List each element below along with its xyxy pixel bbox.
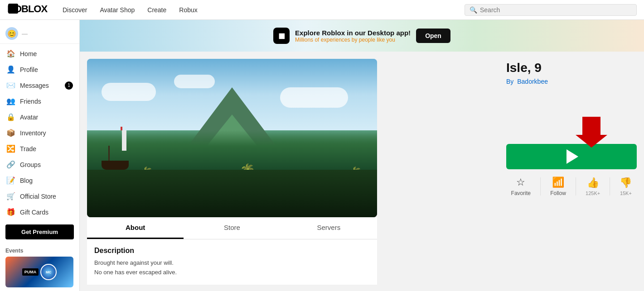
red-arrow-container: [506, 112, 637, 148]
main-content: ◼ Explore Roblox in our Desktop app! Mil…: [80, 20, 644, 291]
friends-icon: 👥: [6, 97, 15, 105]
get-premium-button[interactable]: Get Premium: [5, 224, 74, 239]
game-title: Isle, 9: [506, 61, 637, 75]
open-desktop-app-button[interactable]: Open: [416, 29, 450, 43]
sidebar-item-official-store[interactable]: 🛒 Official Store: [0, 188, 79, 204]
banner-text: Explore Roblox in our Desktop app! Milli…: [295, 29, 411, 43]
desc-line-2: No one has ever escaped alive.: [94, 269, 177, 276]
sidebar-label-profile: Profile: [20, 66, 38, 73]
events-section: Events PUMA MC: [0, 244, 79, 291]
banner-title: Explore Roblox in our Desktop app!: [295, 29, 411, 37]
sidebar-item-blog[interactable]: 📝 Blog: [0, 172, 79, 188]
sidebar-item-avatar[interactable]: 🔒 Avatar: [0, 109, 79, 125]
thumbs-up-action[interactable]: 👍 125K+: [586, 177, 600, 196]
sidebar-item-messages[interactable]: ✉️ Messages 1: [0, 77, 79, 93]
sidebar-label-friends: Friends: [20, 98, 41, 105]
banner-subtitle: Millions of experiences by people like y…: [295, 37, 411, 43]
tab-about[interactable]: About: [87, 217, 184, 239]
cloud-3: [280, 87, 348, 108]
lighthouse: [122, 130, 126, 151]
messages-badge: 1: [65, 81, 73, 90]
desc-line-1: Brought here against your will.: [94, 259, 174, 266]
svg-text:ROBLOX: ROBLOX: [7, 3, 48, 14]
roblox-logo[interactable]: ROBLOX: [7, 2, 48, 18]
search-bar[interactable]: 🔍: [465, 4, 637, 16]
favorite-label: Favorite: [511, 190, 531, 196]
tab-servers[interactable]: Servers: [281, 217, 377, 239]
cloud-2: [174, 75, 215, 88]
divider-3: [610, 177, 610, 196]
blog-icon: 📝: [6, 176, 15, 185]
thumbs-up-icon: 👍: [587, 177, 599, 189]
manchester-city-badge: MC: [40, 264, 57, 280]
profile-icon: 👤: [6, 65, 15, 74]
sidebar-label-official-store: Official Store: [20, 193, 56, 200]
roblox-app-icon: ◼: [273, 28, 290, 44]
favorite-action[interactable]: ☆ Favorite: [511, 177, 531, 196]
inventory-icon: 📦: [6, 129, 15, 137]
action-icons: ☆ Favorite 📶 Follow 👍 125K+: [506, 177, 637, 196]
events-banner-content: PUMA MC: [22, 264, 57, 280]
divider-1: [540, 177, 541, 196]
play-icon: [567, 149, 578, 164]
desktop-app-banner: ◼ Explore Roblox in our Desktop app! Mil…: [80, 20, 644, 52]
description-section: Description Brought here against your wi…: [87, 239, 377, 285]
sidebar-label-groups: Groups: [20, 161, 41, 168]
game-author: By Badorkbee: [506, 78, 637, 85]
main-layout: 😊 — 🏠 Home 👤 Profile ✉️ Messages 1 👥 Fri…: [0, 20, 644, 291]
follow-icon: 📶: [552, 177, 564, 188]
sidebar-label-avatar: Avatar: [20, 114, 38, 121]
search-input[interactable]: [480, 6, 632, 14]
foreground-layer: [87, 170, 377, 217]
author-link[interactable]: Badorkbee: [517, 78, 548, 85]
sidebar-label-gift-cards: Gift Cards: [20, 209, 48, 216]
user-row[interactable]: 😊 —: [0, 24, 79, 44]
events-banner[interactable]: PUMA MC: [5, 257, 73, 287]
events-label: Events: [5, 248, 74, 254]
red-arrow-icon: [573, 112, 610, 148]
game-detail: 🌴 🌴 🌴 🌴 🌴: [80, 52, 644, 291]
follow-label: Follow: [550, 190, 566, 196]
nav-create[interactable]: Create: [147, 6, 166, 14]
official-store-icon: 🛒: [6, 192, 15, 200]
sidebar-item-profile[interactable]: 👤 Profile: [0, 62, 79, 77]
game-tabs: About Store Servers: [87, 217, 377, 239]
username: —: [22, 30, 28, 37]
thumbs-down-count: 15K+: [620, 191, 632, 196]
home-icon: 🏠: [6, 49, 15, 58]
cloud-1: [102, 83, 156, 101]
trade-icon: 🔀: [6, 144, 15, 153]
sidebar-item-trade[interactable]: 🔀 Trade: [0, 141, 79, 157]
ship-body: [102, 161, 129, 170]
sidebar-item-groups[interactable]: 🔗 Groups: [0, 157, 79, 172]
sidebar-item-home[interactable]: 🏠 Home: [0, 46, 79, 62]
description-title: Description: [94, 247, 370, 255]
nav-robux[interactable]: Robux: [179, 6, 197, 14]
avatar-icon: 🔒: [6, 113, 15, 121]
sidebar: 😊 — 🏠 Home 👤 Profile ✉️ Messages 1 👥 Fri…: [0, 20, 80, 291]
ship-mast: [108, 146, 110, 162]
nav-links: Discover Avatar Shop Create Robux: [63, 6, 198, 14]
sidebar-item-gift-cards[interactable]: 🎁 Gift Cards: [0, 204, 79, 220]
gift-cards-icon: 🎁: [6, 208, 15, 216]
sidebar-label-messages: Messages: [20, 82, 49, 89]
sidebar-item-friends[interactable]: 👥 Friends: [0, 93, 79, 109]
thumbs-up-count: 125K+: [586, 191, 600, 196]
thumbs-down-action[interactable]: 👎 15K+: [620, 177, 632, 196]
nav-avatar-shop[interactable]: Avatar Shop: [100, 6, 135, 14]
description-text: Brought here against your will. No one h…: [94, 258, 370, 277]
ship: [102, 152, 129, 170]
by-prefix: By: [506, 78, 513, 85]
follow-action[interactable]: 📶 Follow: [550, 177, 566, 196]
divider-2: [576, 177, 576, 196]
nav-discover[interactable]: Discover: [63, 6, 87, 14]
groups-icon: 🔗: [6, 160, 15, 169]
sidebar-label-home: Home: [20, 50, 37, 57]
search-icon: 🔍: [470, 6, 477, 14]
tab-store[interactable]: Store: [184, 217, 280, 239]
sidebar-item-inventory[interactable]: 📦 Inventory: [0, 125, 79, 141]
sidebar-label-blog: Blog: [20, 177, 33, 184]
thumbs-down-icon: 👎: [620, 177, 632, 189]
game-right-panel: Isle, 9 By Badorkbee: [499, 52, 644, 291]
tree-layer: [87, 130, 377, 170]
